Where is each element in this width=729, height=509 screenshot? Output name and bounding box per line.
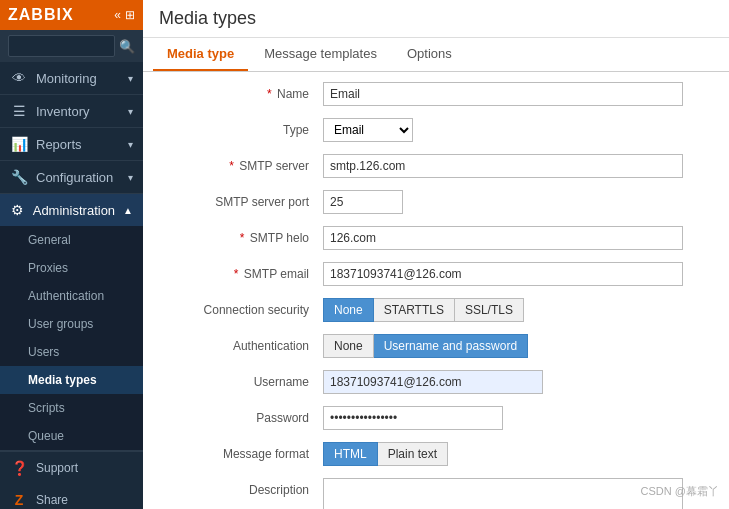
sidebar-item-inventory[interactable]: ☰ Inventory ▾: [0, 95, 143, 127]
smtp-helo-control: [323, 226, 709, 250]
reports-label: Reports: [36, 137, 120, 152]
type-control: Email SMS Script Jabber Ez Texting: [323, 118, 709, 142]
conn-security-label: Connection security: [163, 298, 323, 317]
sidebar-item-users[interactable]: Users: [0, 338, 143, 366]
tabs-bar: Media type Message templates Options: [143, 38, 729, 72]
name-row: * Name: [163, 82, 709, 110]
sidebar-bottom: ❓ Support Z Share: [0, 451, 143, 509]
support-icon: ❓: [10, 460, 28, 476]
sidebar-item-media-types[interactable]: Media types: [0, 366, 143, 394]
sidebar-item-administration[interactable]: ⚙ Administration ▲: [0, 194, 143, 226]
smtp-port-label: SMTP server port: [163, 190, 323, 209]
smtp-email-input[interactable]: [323, 262, 683, 286]
auth-none-btn[interactable]: None: [323, 334, 374, 358]
smtp-server-row: * SMTP server: [163, 154, 709, 182]
password-input[interactable]: [323, 406, 503, 430]
password-row: Password: [163, 406, 709, 434]
sidebar-item-scripts[interactable]: Scripts: [0, 394, 143, 422]
administration-arrow: ▲: [123, 205, 133, 216]
description-row: Description: [163, 478, 709, 509]
sidebar-item-proxies[interactable]: Proxies: [0, 254, 143, 282]
name-required-star: *: [267, 87, 272, 101]
auth-label: Authentication: [163, 334, 323, 353]
sidebar-header-icons: « ⊞: [114, 8, 135, 22]
tab-media-type[interactable]: Media type: [153, 38, 248, 71]
grid-icon[interactable]: ⊞: [125, 8, 135, 22]
password-control: [323, 406, 709, 430]
monitoring-icon: 👁: [10, 70, 28, 86]
sidebar-item-share[interactable]: Z Share: [0, 484, 143, 509]
sidebar-item-authentication[interactable]: Authentication: [0, 282, 143, 310]
monitoring-arrow: ▾: [128, 73, 133, 84]
nav-administration-section: ⚙ Administration ▲ General Proxies Authe…: [0, 194, 143, 451]
email-required-star: *: [234, 267, 239, 281]
conn-security-btngroup: None STARTTLS SSL/TLS: [323, 298, 709, 322]
sidebar-item-configuration[interactable]: 🔧 Configuration ▾: [0, 161, 143, 193]
page-title: Media types: [159, 8, 256, 29]
smtp-helo-input[interactable]: [323, 226, 683, 250]
search-input[interactable]: [8, 35, 115, 57]
share-label: Share: [36, 493, 133, 507]
type-label: Type: [163, 118, 323, 137]
administration-icon: ⚙: [10, 202, 25, 218]
name-input[interactable]: [323, 82, 683, 106]
sidebar-item-user-groups[interactable]: User groups: [0, 310, 143, 338]
reports-icon: 📊: [10, 136, 28, 152]
nav-monitoring-section: 👁 Monitoring ▾: [0, 62, 143, 95]
inventory-icon: ☰: [10, 103, 28, 119]
nav-inventory-section: ☰ Inventory ▾: [0, 95, 143, 128]
administration-submenu: General Proxies Authentication User grou…: [0, 226, 143, 450]
smtp-port-input[interactable]: [323, 190, 403, 214]
description-label: Description: [163, 478, 323, 497]
conn-security-starttls-btn[interactable]: STARTTLS: [374, 298, 455, 322]
conn-security-ssltls-btn[interactable]: SSL/TLS: [455, 298, 524, 322]
msg-format-html-btn[interactable]: HTML: [323, 442, 378, 466]
tab-options[interactable]: Options: [393, 38, 466, 71]
name-control: [323, 82, 709, 106]
smtp-email-control: [323, 262, 709, 286]
reports-arrow: ▾: [128, 139, 133, 150]
smtp-server-input[interactable]: [323, 154, 683, 178]
auth-control: None Username and password: [323, 334, 709, 358]
description-textarea[interactable]: [323, 478, 683, 509]
smtp-server-control: [323, 154, 709, 178]
message-format-row: Message format HTML Plain text: [163, 442, 709, 470]
smtp-helo-row: * SMTP helo: [163, 226, 709, 254]
form-area: * Name Type Email SMS Script Jabber Ez T…: [143, 72, 729, 509]
name-label: * Name: [163, 82, 323, 101]
search-icon: 🔍: [119, 39, 135, 54]
sidebar-header: ZABBIX « ⊞: [0, 0, 143, 30]
sidebar-item-support[interactable]: ❓ Support: [0, 452, 143, 484]
inventory-arrow: ▾: [128, 106, 133, 117]
configuration-label: Configuration: [36, 170, 120, 185]
smtp-email-row: * SMTP email: [163, 262, 709, 290]
configuration-icon: 🔧: [10, 169, 28, 185]
collapse-icon[interactable]: «: [114, 8, 121, 22]
inventory-label: Inventory: [36, 104, 120, 119]
sidebar-item-monitoring[interactable]: 👁 Monitoring ▾: [0, 62, 143, 94]
support-label: Support: [36, 461, 133, 475]
auth-userpass-btn[interactable]: Username and password: [374, 334, 528, 358]
monitoring-label: Monitoring: [36, 71, 120, 86]
smtp-server-label: * SMTP server: [163, 154, 323, 173]
message-format-btngroup: HTML Plain text: [323, 442, 709, 466]
type-select[interactable]: Email SMS Script Jabber Ez Texting: [323, 118, 413, 142]
tab-message-templates[interactable]: Message templates: [250, 38, 391, 71]
page-header: Media types: [143, 0, 729, 38]
administration-label: Administration: [33, 203, 115, 218]
sidebar-item-general[interactable]: General: [0, 226, 143, 254]
sidebar-item-reports[interactable]: 📊 Reports ▾: [0, 128, 143, 160]
username-input[interactable]: [323, 370, 543, 394]
helo-required-star: *: [240, 231, 245, 245]
sidebar-item-queue[interactable]: Queue: [0, 422, 143, 450]
message-format-label: Message format: [163, 442, 323, 461]
configuration-arrow: ▾: [128, 172, 133, 183]
smtp-email-label: * SMTP email: [163, 262, 323, 281]
username-control: [323, 370, 709, 394]
msg-format-plaintext-btn[interactable]: Plain text: [378, 442, 448, 466]
type-row: Type Email SMS Script Jabber Ez Texting: [163, 118, 709, 146]
nav-reports-section: 📊 Reports ▾: [0, 128, 143, 161]
nav-configuration-section: 🔧 Configuration ▾: [0, 161, 143, 194]
conn-security-none-btn[interactable]: None: [323, 298, 374, 322]
main-content: Media types Media type Message templates…: [143, 0, 729, 509]
